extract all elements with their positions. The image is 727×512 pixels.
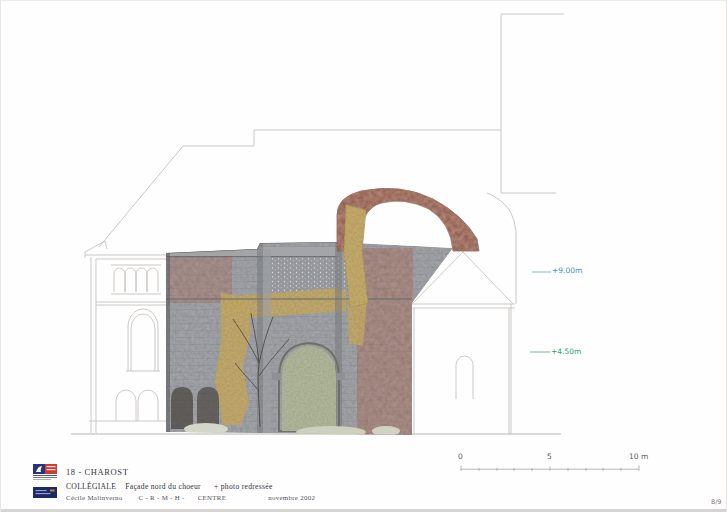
- apse-turret-outline: [487, 193, 516, 304]
- scale-label-10m: 10 m: [629, 452, 648, 461]
- scale-label-0: 0: [458, 452, 463, 461]
- base-rubble: [184, 423, 228, 435]
- cornice-band: [166, 247, 337, 256]
- drawing-sheet: +9.00m +4.50m 0 5 10 m 8/9 18 - CHAROST …: [0, 0, 727, 512]
- service-name: C - R - M - H -: [139, 494, 185, 501]
- brick-patch-right: [357, 248, 413, 435]
- base-rubble: [372, 426, 400, 436]
- french-republic-flag-logo: [33, 464, 59, 480]
- scale-label-5: 5: [547, 452, 552, 461]
- pilaster: [257, 243, 263, 433]
- building-name: COLLÉGIALE: [66, 482, 116, 491]
- author-name: Cécile Malinverno: [66, 494, 123, 501]
- drawing-suffix: + photo redressée: [214, 482, 273, 491]
- base-rubble: [296, 426, 366, 438]
- niche-fill: [282, 346, 336, 431]
- level-label-9m: +9.00m: [552, 266, 582, 275]
- commune-title: 18 - CHAROST: [66, 467, 128, 477]
- rectified-photo: [166, 241, 456, 438]
- level-label-4-5m: +4.50m: [551, 347, 581, 356]
- blocked-arch-small: [197, 387, 219, 429]
- regional-service-logo: [33, 487, 57, 498]
- page-number: 8/9: [711, 498, 721, 506]
- credits-line: Cécile MalinvernoC - R - M - H -CENTREno…: [66, 494, 315, 501]
- blocked-arch-small: [171, 387, 193, 429]
- scale-bar: [461, 466, 639, 472]
- drawing-title-line: COLLÉGIALEFaçade nord du choeur+ photo r…: [66, 482, 273, 491]
- elevation-drawing: [1, 1, 727, 512]
- left-tower-drawing: [85, 241, 166, 433]
- chapel-window: [456, 356, 473, 399]
- region-name: CENTRE: [198, 494, 227, 501]
- drawing-date: novembre 2002: [268, 494, 315, 501]
- drawing-title: Façade nord du choeur: [125, 482, 201, 491]
